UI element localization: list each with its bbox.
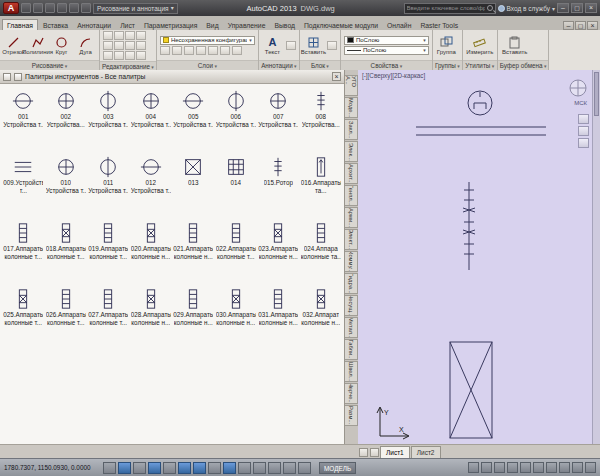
palette-close-icon[interactable]: × (332, 72, 341, 81)
palette-tab[interactable]: Комму... (345, 251, 358, 272)
pan-icon[interactable] (578, 114, 589, 124)
palette-properties-icon[interactable] (3, 73, 11, 81)
search-icon[interactable] (487, 5, 493, 11)
workspace-switcher[interactable]: Рисование и аннотация (93, 3, 178, 14)
palette-tab[interactable]: Архит... (345, 163, 358, 184)
palette-tab[interactable]: Арми... (345, 207, 358, 228)
paste-button[interactable]: Вставить (501, 36, 529, 55)
palette-tool[interactable]: 004Устройства т... (130, 86, 173, 152)
quick-properties-toggle[interactable] (268, 462, 281, 474)
palette-tool[interactable]: 013 (172, 152, 215, 218)
save-icon[interactable] (45, 3, 55, 13)
fullscreen-icon[interactable] (585, 462, 596, 473)
palette-tool[interactable]: 021.Аппаратыколонные н... (172, 218, 215, 284)
layer-match-icon[interactable] (220, 46, 230, 55)
palette-tool[interactable]: 010Устройства т... (45, 152, 88, 218)
scale-icon[interactable] (136, 41, 146, 50)
palette-tool[interactable]: 023.Аппаратыколонные н... (257, 218, 300, 284)
ribbon-tab[interactable]: Лист (116, 20, 139, 30)
ribbon-tab[interactable]: Подключаемые модули (300, 20, 382, 30)
palette-tab[interactable]: Черче... (345, 383, 358, 404)
palette-tool[interactable]: 016.Аппаратыта... (300, 152, 343, 218)
ribbon-tab[interactable]: Главная (2, 19, 38, 30)
minimize-button[interactable] (557, 3, 569, 13)
palette-tab[interactable]: Табли... (345, 339, 358, 360)
draw-tool-button[interactable]: Полилиния (27, 36, 48, 55)
snap-toggle[interactable] (118, 462, 131, 474)
palette-tool[interactable]: 012Устройства т... (130, 152, 173, 218)
ribbon-tab[interactable]: Raster Tools (416, 20, 462, 30)
explode-icon[interactable] (136, 51, 146, 60)
array-icon[interactable] (103, 51, 113, 60)
pan-icon[interactable] (494, 462, 505, 473)
palette-tab[interactable]: Гидра... (345, 273, 358, 294)
layout-tab[interactable]: Лист1 (380, 446, 410, 458)
palette-tab[interactable]: Швел... (345, 361, 358, 382)
ribbon-tab[interactable]: Онлайн (383, 20, 415, 30)
create-block-icon[interactable] (327, 41, 337, 50)
text-tool-button[interactable]: A Текст (262, 36, 283, 55)
palette-tool[interactable]: 025.Аппаратыколонные т... (2, 284, 45, 350)
layer-properties-icon[interactable] (160, 46, 170, 55)
panel-label[interactable]: Группы (433, 60, 462, 70)
palette-tool[interactable]: 009.Устройствт... (2, 152, 45, 218)
rotate-icon[interactable] (125, 31, 135, 40)
wcs-dropdown[interactable]: МСК (574, 100, 587, 106)
zoom-icon[interactable] (507, 462, 518, 473)
lineweight-toggle[interactable] (238, 462, 251, 474)
transparency-toggle[interactable] (253, 462, 266, 474)
move-icon[interactable] (103, 31, 113, 40)
palette-tab[interactable]: Метал... (345, 317, 358, 338)
palette-tool[interactable]: 015.Ротор (257, 152, 300, 218)
ortho-toggle[interactable] (148, 462, 161, 474)
ribbon-tab[interactable]: Параметризация (140, 20, 201, 30)
palette-tab[interactable]: Элект... (345, 229, 358, 250)
palette-tool[interactable]: 020.Аппаратыколонные н... (130, 218, 173, 284)
color-dropdown[interactable]: ПоСлою (344, 36, 429, 45)
show-motion-icon[interactable] (533, 462, 544, 473)
palette-tool[interactable]: 002Устройства... (45, 86, 88, 152)
scrollbar-thumb[interactable] (594, 72, 599, 116)
palette-tool[interactable]: 031.Аппаратыколонные н... (257, 284, 300, 350)
palette-tool[interactable]: 014 (215, 152, 258, 218)
copy-icon[interactable] (114, 31, 124, 40)
zoom-icon[interactable] (578, 126, 589, 136)
group-button[interactable]: Группа (436, 36, 457, 55)
palette-tool[interactable]: 028.Аппаратыколонные н... (130, 284, 173, 350)
mirror-icon[interactable] (136, 31, 146, 40)
draw-tool-button[interactable]: Круг (51, 36, 72, 55)
workspace-gear-icon[interactable] (559, 462, 570, 473)
palette-tab[interactable]: Элек... (345, 141, 358, 162)
panel-label[interactable]: Слои (157, 60, 258, 70)
grid-toggle[interactable] (133, 462, 146, 474)
palette-tool[interactable]: 003Устройства т... (87, 86, 130, 152)
layout-list-icon[interactable] (370, 448, 379, 457)
model-tab-icon[interactable] (359, 448, 368, 457)
steering-wheel-icon[interactable] (520, 462, 531, 473)
layer-freeze-icon[interactable] (196, 46, 206, 55)
insert-block-button[interactable]: Вставить (303, 36, 324, 55)
measure-button[interactable]: Измерить (466, 36, 494, 55)
panel-label[interactable]: Аннотации (259, 60, 299, 70)
palette-tab[interactable]: Закл... (345, 119, 358, 140)
redo-icon[interactable] (69, 3, 79, 13)
palette-tool[interactable]: 029.Аппаратыколонные н... (172, 284, 215, 350)
annotation-scale-icon[interactable] (546, 462, 557, 473)
erase-icon[interactable] (114, 51, 124, 60)
panel-label[interactable]: Блок (300, 60, 340, 70)
new-file-icon[interactable] (21, 3, 31, 13)
palette-tool[interactable]: 005Устройства т... (172, 86, 215, 152)
palette-tab[interactable]: Генпл... (345, 185, 358, 206)
drawing-canvas[interactable]: [-][Сверху][2D-каркас] (358, 70, 600, 444)
layer-lock-icon[interactable] (208, 46, 218, 55)
vertical-scrollbar[interactable] (592, 70, 600, 444)
palette-tab[interactable]: Моде... (345, 97, 358, 118)
palette-tool[interactable]: 001Устройства т... (2, 86, 45, 152)
palette-tool[interactable]: 008Устройства... (300, 86, 343, 152)
osnap-toggle[interactable] (178, 462, 191, 474)
app-menu-button[interactable]: A (3, 2, 19, 14)
panel-label[interactable]: Рисование (0, 60, 99, 70)
quick-view-layouts-icon[interactable] (468, 462, 479, 473)
doc-close-button[interactable] (587, 21, 598, 30)
dimension-icon[interactable] (286, 41, 296, 50)
